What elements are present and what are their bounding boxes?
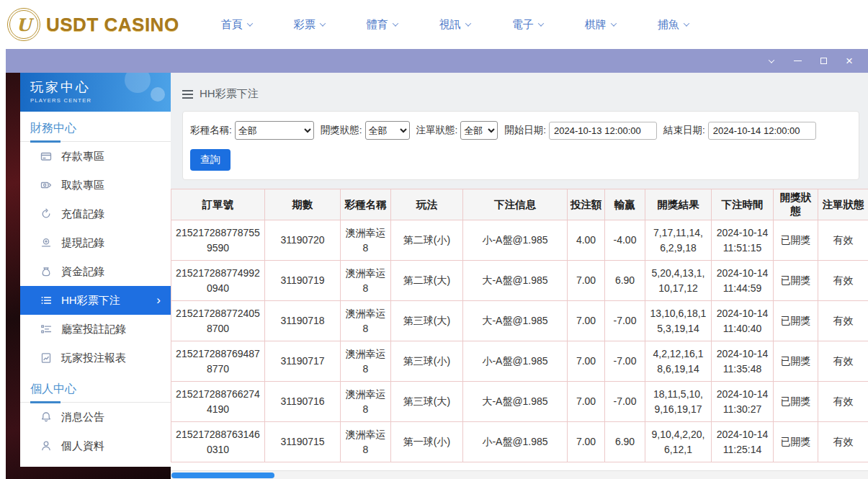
window-titlebar: × <box>6 49 868 73</box>
sidebar-item-label: 存款專區 <box>61 150 104 164</box>
maximize-button[interactable] <box>816 54 831 68</box>
funds-record-icon <box>40 266 52 277</box>
sidebar-item-recharge-records[interactable]: 充值記錄 <box>20 200 171 228</box>
section-divider <box>20 141 171 142</box>
cell-win-loss: -4.00 <box>605 220 645 261</box>
scrollbar-thumb[interactable] <box>171 473 274 478</box>
sidebar-item-withdrawal-records[interactable]: 提現記錄 <box>20 228 171 257</box>
bets-table-container: 訂單號 期數 彩種名稱 玩法 下注信息 投注額 輸贏 開獎結果 下注時間 開獎狀… <box>171 189 868 474</box>
cell-bet-amount: 7.00 <box>568 422 605 462</box>
cell-lottery-name: 澳洲幸运8 <box>341 220 391 261</box>
col-header-bet-amount: 投注額 <box>568 189 605 220</box>
horizontal-scrollbar[interactable] <box>171 470 868 479</box>
cell-order-id: 2152172887787559590 <box>171 220 265 261</box>
cell-draw-status: 已開獎 <box>774 261 818 301</box>
page: U USDT CASINO 首頁 彩票 體育 視訊 電子 <box>0 0 868 479</box>
filter-end-date: 結束日期: <box>663 122 816 140</box>
cell-lottery-name: 澳洲幸运8 <box>341 261 391 301</box>
top-navigation: U USDT CASINO 首頁 彩票 體育 視訊 電子 <box>0 0 868 49</box>
col-header-win-loss: 輸贏 <box>605 189 645 220</box>
cell-lottery-name: 澳洲幸运8 <box>341 341 391 382</box>
sidebar-item-player-bet-report[interactable]: 玩家投注報表 <box>20 344 171 372</box>
cell-draw-status: 已開獎 <box>774 341 818 382</box>
nav-item-label: 電子 <box>512 18 534 32</box>
background-photo: 玩家中心 PLAYERS CENTER 財務中心 存款專區 取款專區 <box>6 73 171 479</box>
nav-item-home[interactable]: 首頁 <box>221 18 252 32</box>
cell-draw-result: 18,11,5,10,9,16,19,17 <box>645 382 712 422</box>
cell-bet-info: 大-A盤@1.985 <box>463 382 568 422</box>
cell-draw-result: 5,20,4,13,1,10,17,12 <box>645 261 712 301</box>
menu-icon[interactable] <box>182 90 193 99</box>
col-header-order-id: 訂單號 <box>171 189 265 220</box>
cell-period: 31190719 <box>265 261 341 301</box>
sidebar-item-deposit[interactable]: 存款專區 <box>20 142 171 171</box>
chevron-right-icon: › <box>156 293 171 308</box>
col-header-bet-time: 下注時間 <box>712 189 774 220</box>
close-button[interactable]: × <box>842 54 856 68</box>
logo-text: USDT CASINO <box>46 14 179 36</box>
section-title-finance-center: 財務中心 <box>20 112 171 141</box>
query-button[interactable]: 查詢 <box>190 149 231 171</box>
cell-period: 31190720 <box>265 220 341 261</box>
minimize-button[interactable] <box>790 54 805 68</box>
cell-play-type: 第二球(大) <box>391 261 463 301</box>
chevron-down-icon <box>319 20 325 26</box>
table-row: 2152172887662744190 31190716 澳洲幸运8 第三球(大… <box>171 382 868 422</box>
lottery-name-select[interactable]: 全部 <box>235 121 314 140</box>
nav-item-electronic[interactable]: 電子 <box>512 18 543 32</box>
page-title: HH彩票下注 <box>200 87 259 101</box>
cell-lottery-name: 澳洲幸运8 <box>341 422 391 462</box>
nav-item-label: 捕魚 <box>658 18 679 32</box>
withdraw-icon <box>40 179 52 191</box>
start-date-input[interactable] <box>549 122 657 140</box>
draw-status-select[interactable]: 全部 <box>365 121 410 140</box>
cell-order-status: 有效 <box>818 220 868 261</box>
cell-bet-info: 小-A盤@1.985 <box>463 422 568 462</box>
sidebar-item-funds-records[interactable]: 資金記錄 <box>20 257 171 286</box>
sidebar-item-label: 充值記錄 <box>61 207 104 221</box>
filter-panel: 彩種名稱: 全部 開獎狀態: 全部 注單狀態: 全部 開始日期: <box>182 111 859 180</box>
breadcrumb: HH彩票下注 <box>171 73 868 101</box>
cell-draw-status: 已開獎 <box>774 422 818 462</box>
cell-bet-amount: 7.00 <box>568 382 605 422</box>
col-header-period: 期數 <box>265 189 341 220</box>
cell-draw-status: 已開獎 <box>774 301 818 341</box>
nav-item-label: 棋牌 <box>585 18 607 32</box>
cell-play-type: 第二球(小) <box>391 220 463 261</box>
sidebar-item-announcements[interactable]: 消息公告 <box>20 403 171 431</box>
order-status-select[interactable]: 全部 <box>460 121 498 140</box>
chevron-down-icon <box>683 20 689 26</box>
start-date-label: 開始日期: <box>504 124 546 137</box>
recharge-record-icon <box>40 208 52 220</box>
nav-item-chess-cards[interactable]: 棋牌 <box>585 18 616 32</box>
cell-bet-time: 2024-10-14 11:35:48 <box>712 341 774 382</box>
cell-bet-info: 小-A盤@1.985 <box>463 220 568 261</box>
nav-item-video[interactable]: 視訊 <box>439 18 470 32</box>
players-center-header: 玩家中心 PLAYERS CENTER <box>20 73 171 112</box>
end-date-label: 結束日期: <box>663 124 705 137</box>
bets-table: 訂單號 期數 彩種名稱 玩法 下注信息 投注額 輸贏 開獎結果 下注時間 開獎狀… <box>171 189 868 462</box>
cell-period: 31190715 <box>265 422 341 462</box>
collapse-button[interactable] <box>764 54 779 68</box>
table-row: 2152172887724058700 31190718 澳洲幸运8 第三球(大… <box>171 301 868 341</box>
sidebar-item-hh-lottery-bets[interactable]: HH彩票下注 › <box>20 286 171 315</box>
nav-item-sports[interactable]: 體育 <box>367 18 398 32</box>
cell-order-id: 2152172887662744190 <box>171 382 265 422</box>
cell-bet-amount: 7.00 <box>568 341 605 382</box>
nav-item-label: 體育 <box>367 18 388 32</box>
table-row: 2152172887694878770 31190717 澳洲幸运8 第三球(小… <box>171 341 868 382</box>
filter-lottery-name: 彩種名稱: 全部 <box>190 121 314 140</box>
draw-status-label: 開獎狀態: <box>321 124 362 137</box>
nav-item-lottery[interactable]: 彩票 <box>294 18 325 32</box>
table-body: 2152172887787559590 31190720 澳洲幸运8 第二球(小… <box>171 220 868 462</box>
logo[interactable]: U USDT CASINO <box>7 8 179 41</box>
end-date-input[interactable] <box>708 122 816 140</box>
sidebar-item-profile[interactable]: 個人資料 <box>20 431 171 460</box>
sidebar-item-withdraw[interactable]: 取款專區 <box>20 171 171 200</box>
nav-item-fishing[interactable]: 捕魚 <box>658 18 689 32</box>
nav-item-label: 首頁 <box>221 18 243 32</box>
cell-draw-result: 7,17,11,14,6,2,9,18 <box>645 220 712 261</box>
col-header-order-status: 注單狀態 <box>818 189 868 220</box>
cell-lottery-name: 澳洲幸运8 <box>341 382 391 422</box>
sidebar-item-room-bet-records[interactable]: 廳室投註記錄 <box>20 315 171 344</box>
